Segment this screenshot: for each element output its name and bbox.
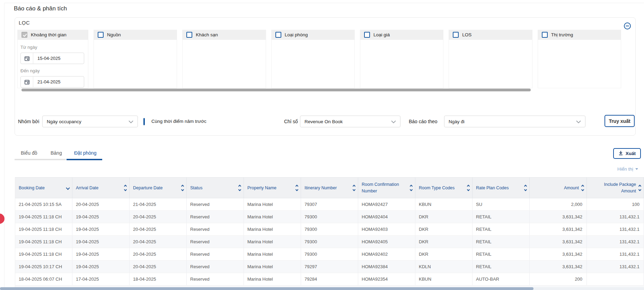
filter-box-los: LOS — [449, 30, 532, 88]
table-row[interactable]: 19-04-2025 11:18 CH19-04-202520-04-2025R… — [15, 248, 644, 261]
date-to-label: Đến ngày — [20, 68, 85, 73]
filter-box-header[interactable]: Loại giá — [360, 30, 443, 40]
filter-box-header[interactable]: Loại phòng — [271, 30, 355, 40]
column-label: Arrival Date — [76, 185, 98, 190]
filter-box-header[interactable]: Khoảng thời gian — [17, 30, 88, 40]
calendar-icon[interactable] — [21, 53, 33, 64]
cell: RETAIL — [473, 261, 530, 273]
column-header-amount[interactable]: Amount — [530, 178, 587, 198]
cell: Reserved — [187, 236, 244, 248]
filter-box-body — [94, 40, 177, 88]
checkbox-thi-truong[interactable] — [542, 32, 548, 38]
cell: 21-04-2025 10:15 SA — [15, 198, 72, 210]
filter-box-header[interactable]: LOS — [449, 30, 532, 40]
sort-desc-icon[interactable] — [67, 187, 69, 189]
column-header-arrival-date[interactable]: Arrival Date — [72, 178, 130, 198]
cell: DKR — [415, 248, 473, 260]
column-header-property-name[interactable]: Property Name — [244, 178, 301, 198]
cell: Reserved — [187, 198, 244, 210]
table-row[interactable]: 21-04-2025 10:15 SA20-04-202521-04-2025R… — [15, 198, 644, 211]
sort-icon[interactable] — [582, 185, 584, 191]
sort-icon[interactable] — [296, 185, 298, 191]
column-header-room-type-codes[interactable]: Room Type Codes — [415, 178, 473, 198]
active-tab-indicator — [67, 159, 102, 160]
cell: HOMA92404 — [358, 211, 415, 223]
sort-icon[interactable] — [353, 185, 355, 191]
cell: RETAIL — [473, 236, 530, 248]
filter-box-label: Khách sạn — [196, 32, 218, 37]
column-header-booking-date[interactable]: Booking Date — [15, 178, 72, 198]
cell: KBUN — [415, 273, 473, 285]
filter-horizontal-scrollbar[interactable] — [21, 89, 531, 91]
cell: 3,631,342 — [530, 236, 587, 248]
checkbox-nguon[interactable] — [98, 32, 104, 38]
filter-box-body — [271, 40, 355, 88]
metric-select[interactable]: Revenue On Book — [300, 116, 400, 127]
same-period-checkbox[interactable] — [143, 118, 145, 125]
export-button[interactable]: Xuất — [613, 148, 641, 159]
sort-icon[interactable] — [239, 185, 241, 191]
cell: 79300 — [301, 223, 358, 235]
column-label: Itinerary Number — [305, 185, 337, 190]
filter-box-header[interactable]: Thị trường — [538, 30, 621, 40]
sort-icon[interactable] — [124, 185, 126, 191]
metric-value: Revenue On Book — [305, 119, 391, 124]
sort-icon[interactable] — [410, 185, 412, 191]
checkbox-loai-phong[interactable] — [275, 32, 281, 38]
date-to-input[interactable]: 21-04-2025 — [20, 76, 84, 88]
table-row[interactable]: 19-04-2025 11:18 CH19-04-202520-04-2025R… — [15, 211, 644, 223]
cell: AUTO-BAR — [473, 273, 530, 285]
sort-icon[interactable] — [182, 185, 184, 191]
filter-box-khach-san: Khách sạn — [182, 30, 266, 88]
tab-dat-phong[interactable]: Đặt phòng — [74, 150, 97, 156]
group-by-label: Nhóm bởi — [18, 116, 39, 127]
cell: 79297 — [301, 261, 358, 273]
minus-circle-icon[interactable] — [624, 22, 631, 30]
cell: KDLN — [415, 261, 473, 273]
table-row[interactable]: 18-04-2025 06:07 CH17-04-202518-04-2025R… — [15, 273, 644, 286]
display-columns-toggle[interactable]: Hiển thị — [617, 166, 638, 172]
date-from-input[interactable]: 15-04-2025 — [20, 53, 84, 64]
report-by-select[interactable]: Ngày đi — [444, 116, 585, 127]
chevron-down-icon — [129, 118, 133, 125]
checkbox-los[interactable] — [453, 32, 459, 38]
submit-button[interactable]: Truy xuất — [605, 115, 635, 127]
filter-box-header[interactable]: Khách sạn — [182, 30, 266, 40]
left-divider — [4, 3, 5, 290]
column-header-include-package-amount[interactable]: Include Package Amount — [587, 178, 644, 198]
sort-icon[interactable] — [639, 185, 641, 191]
filter-box-label: Khoảng thời gian — [31, 32, 67, 37]
report-by-value: Ngày đi — [449, 119, 576, 124]
column-header-room-confirmation-number[interactable]: Room Confirmation Number — [358, 178, 415, 198]
column-header-departure-date[interactable]: Departure Date — [130, 178, 187, 198]
sort-icon[interactable] — [467, 185, 469, 191]
page-horizontal-scrollbar[interactable] — [0, 287, 533, 290]
cell: HOMA92402 — [358, 248, 415, 260]
cell: 17-04-2025 — [72, 273, 130, 285]
filter-box-loai-phong: Loại phòng — [271, 30, 355, 88]
export-button-label: Xuất — [626, 151, 636, 156]
table-row[interactable]: 19-04-2025 10:17 CH19-04-202520-04-2025R… — [15, 261, 644, 273]
column-header-status[interactable]: Status — [187, 178, 244, 198]
column-label: Departure Date — [133, 185, 162, 190]
group-by-select[interactable]: Ngày occupancy — [42, 116, 138, 127]
calendar-icon[interactable] — [21, 76, 33, 87]
column-header-itinerary-number[interactable]: Itinerary Number — [301, 178, 358, 198]
checkbox-loai-gia[interactable] — [364, 32, 370, 38]
sort-icon[interactable] — [524, 185, 527, 191]
filter-box-body — [360, 40, 443, 88]
table-row[interactable]: 19-04-2025 11:18 CH19-04-202520-04-2025R… — [15, 236, 644, 248]
column-label: Status — [190, 185, 202, 190]
cell: 131,432.1 — [587, 211, 644, 223]
checkbox-khoang-thoi-gian[interactable] — [21, 32, 27, 38]
cell: 79284 — [301, 273, 358, 285]
column-label: Include Package — [604, 182, 636, 187]
checkbox-khach-san[interactable] — [186, 32, 192, 38]
tab-bieu-do[interactable]: Biểu đồ — [21, 150, 37, 156]
column-header-rate-plan-codes[interactable]: Rate Plan Codes — [473, 178, 530, 198]
table-row[interactable]: 19-04-2025 11:18 CH19-04-202520-04-2025R… — [15, 223, 644, 236]
tab-bang[interactable]: Bảng — [51, 150, 62, 156]
filter-box-header[interactable]: Nguồn — [94, 30, 177, 40]
group-by-value: Ngày occupancy — [47, 119, 129, 124]
filter-box-body — [449, 40, 532, 88]
